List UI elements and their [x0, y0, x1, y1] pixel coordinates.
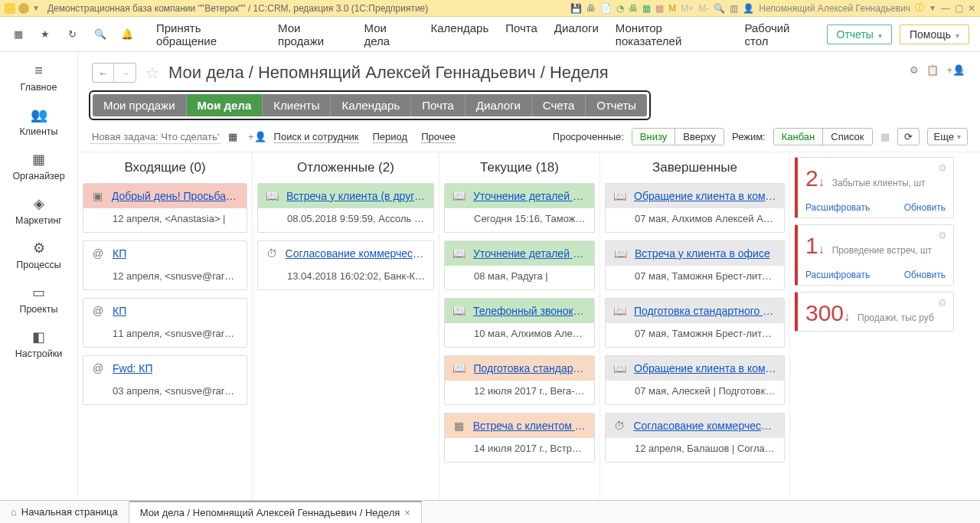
bell-icon[interactable]: 🔔: [119, 27, 135, 42]
sidebar-item-organizer[interactable]: ▦Органайзер: [0, 143, 77, 188]
tool2-icon[interactable]: 🖶: [629, 3, 638, 14]
task-card[interactable]: 📖Обращение клиента в компани07 мая, Алес…: [605, 355, 785, 405]
menu-desktop[interactable]: Рабочий стол: [744, 21, 814, 47]
mode-kanban-button[interactable]: Канбан: [774, 129, 824, 145]
menu-dialogs[interactable]: Диалоги: [554, 21, 599, 47]
nav-forward-button[interactable]: →: [114, 64, 136, 82]
print-icon[interactable]: 🖶: [586, 3, 596, 14]
overdue-bottom-button[interactable]: Внизу: [632, 129, 675, 145]
task-card[interactable]: @КП11 апреля, <snusve@rarus.ru: [83, 298, 247, 348]
task-link[interactable]: Встреча у клиента в офисе: [635, 247, 770, 260]
task-card[interactable]: 📖Встреча у клиента (в другом горо08.05.2…: [257, 183, 434, 233]
task-link[interactable]: КП: [113, 247, 126, 260]
search-icon[interactable]: 🔍: [93, 27, 108, 42]
kpi-card[interactable]: ⚙ 300↓Продажи, тыс руб: [795, 292, 954, 332]
task-card[interactable]: 📖Телефонный звонок кли10 мая, Алхимов Ал…: [444, 298, 595, 348]
info-icon[interactable]: ⓘ: [915, 2, 924, 15]
nav-back-button[interactable]: ←: [93, 64, 114, 82]
tab-my-sales[interactable]: Мои продажи: [93, 94, 187, 116]
search-employee-link[interactable]: Поиск и сотрудник: [274, 131, 359, 143]
user-name[interactable]: Непомнящий Алексей Геннадьевич: [759, 3, 910, 14]
kpi-detail-link[interactable]: Расшифровать: [805, 270, 870, 280]
menu-my-sales[interactable]: Мои продажи: [278, 21, 347, 47]
task-card[interactable]: 📖Обращение клиента в компани07 мая, Алхи…: [605, 183, 785, 233]
period-link[interactable]: Период: [373, 131, 408, 143]
task-link[interactable]: Согласование коммерческого п: [633, 420, 776, 432]
calendar-pick-icon[interactable]: ▦: [228, 131, 237, 142]
close-icon[interactable]: ✕: [968, 3, 975, 14]
menu-monitor[interactable]: Монитор показателей: [616, 21, 728, 47]
tab-dialogs[interactable]: Диалоги: [466, 94, 532, 116]
task-card[interactable]: 📖Подготовка стандартного пред07 мая, Там…: [605, 298, 785, 348]
task-card[interactable]: @КП12 апреля, <snusve@rarus.ru: [83, 240, 247, 290]
tab-mail[interactable]: Почта: [411, 94, 466, 116]
kpi-card[interactable]: ⚙ 2↓Забытые клиенты, шт РасшифроватьОбно…: [795, 157, 954, 218]
add-user-icon[interactable]: +👤: [946, 64, 965, 76]
m-minus-icon[interactable]: M-: [698, 3, 709, 14]
sidebar-item-processes[interactable]: ⚙Процессы: [0, 232, 77, 276]
zoom-icon[interactable]: 🔍: [714, 3, 725, 14]
save-icon[interactable]: 💾: [570, 3, 582, 14]
mode-list-button[interactable]: Список: [823, 129, 871, 145]
star-icon[interactable]: ★: [38, 27, 54, 42]
task-link[interactable]: Подготовка стандартного пред: [634, 305, 776, 317]
kpi-refresh-link[interactable]: Обновить: [904, 202, 946, 213]
sidebar-item-clients[interactable]: 👥Клиенты: [0, 99, 77, 143]
m-icon[interactable]: M: [668, 3, 676, 14]
task-card[interactable]: 📖Уточнение деталей у клиСегодня 15:16, Т…: [444, 183, 595, 233]
tab-clients[interactable]: Клиенты: [263, 94, 331, 116]
task-link[interactable]: Обращение клиента в компани: [634, 190, 776, 202]
gear-icon[interactable]: ⚙: [938, 162, 947, 174]
reports-button[interactable]: Отчеты▾: [827, 25, 892, 44]
task-link[interactable]: Встреча с клиентом в на: [473, 420, 586, 432]
footer-current-tab[interactable]: Мои дела / Непомнящий Алексей Геннадьеви…: [129, 501, 422, 523]
add-person-icon[interactable]: +👤: [248, 131, 266, 142]
task-card[interactable]: @Fwd: КП03 апреля, <snusve@rarus.ru: [83, 355, 247, 405]
caret-icon[interactable]: ▼: [929, 4, 936, 12]
task-link[interactable]: Уточнение деталей у кли: [473, 190, 586, 202]
close-tab-icon[interactable]: ×: [404, 507, 410, 518]
task-link[interactable]: Обращение клиента в компани: [634, 362, 776, 374]
task-link[interactable]: Согласование коммерческого пр: [286, 247, 426, 260]
task-card[interactable]: 📖Уточнение деталей у кли08 мая, Радуга |: [444, 240, 595, 290]
tool1-icon[interactable]: ◔: [616, 3, 624, 14]
panels-icon[interactable]: ▥: [730, 3, 738, 14]
kpi-refresh-link[interactable]: Обновить: [904, 270, 946, 280]
tab-reports[interactable]: Отчеты: [586, 94, 647, 116]
clipboard-icon[interactable]: 📋: [926, 64, 939, 76]
tab-invoices[interactable]: Счета: [532, 94, 586, 116]
task-card[interactable]: ⏱Согласование коммерческого п12 апреля, …: [605, 413, 785, 463]
m-plus-icon[interactable]: M+: [681, 3, 694, 14]
sidebar-item-marketing[interactable]: ◈Маркетинг: [0, 188, 77, 232]
task-card[interactable]: ▣Добрый день! Просьба пом12 апреля, <Ana…: [83, 183, 247, 233]
new-task-input[interactable]: [90, 130, 220, 144]
history-icon[interactable]: ↻: [65, 27, 80, 42]
task-link[interactable]: Уточнение деталей у кли: [473, 247, 586, 260]
maximize-icon[interactable]: ▢: [955, 3, 963, 14]
other-link[interactable]: Прочее: [421, 131, 456, 143]
menu-accept-request[interactable]: Принять обращение: [156, 21, 261, 47]
sidebar-item-projects[interactable]: ▭Проекты: [0, 276, 77, 321]
task-link[interactable]: Добрый день! Просьба пом: [112, 190, 239, 202]
help-button[interactable]: Помощь▾: [900, 25, 969, 44]
apps-icon[interactable]: ▦: [11, 27, 26, 42]
minimize-icon[interactable]: —: [941, 3, 950, 14]
gear-icon[interactable]: ⚙: [910, 64, 919, 76]
task-card[interactable]: ▦Встреча с клиентом в на14 июля 2017 г.,…: [444, 413, 595, 463]
task-link[interactable]: Встреча у клиента (в другом горо: [286, 190, 426, 202]
task-link[interactable]: Подготовка стандартно: [474, 362, 587, 374]
gear-icon[interactable]: ⚙: [938, 230, 947, 241]
task-card[interactable]: 📖Подготовка стандартно12 июля 2017 г., В…: [444, 355, 595, 405]
footer-home-tab[interactable]: ⌂Начальная страница: [0, 501, 129, 523]
tab-calendar[interactable]: Календарь: [331, 94, 411, 116]
menu-calendar[interactable]: Календарь: [430, 21, 488, 47]
sidebar-item-settings[interactable]: ◧Настройки: [0, 321, 77, 365]
task-link[interactable]: Телефонный звонок кли: [473, 305, 586, 317]
menu-my-tasks[interactable]: Мои дела: [364, 21, 413, 47]
calendar1-icon[interactable]: ▦: [642, 3, 651, 14]
dropdown-caret-icon[interactable]: ▼: [32, 4, 40, 12]
task-card[interactable]: ⏱Согласование коммерческого пр13.04.2018…: [257, 240, 434, 290]
menu-mail[interactable]: Почта: [505, 21, 537, 47]
favorite-star-icon[interactable]: ☆: [145, 64, 159, 82]
refresh-button[interactable]: ⟳: [897, 128, 920, 145]
